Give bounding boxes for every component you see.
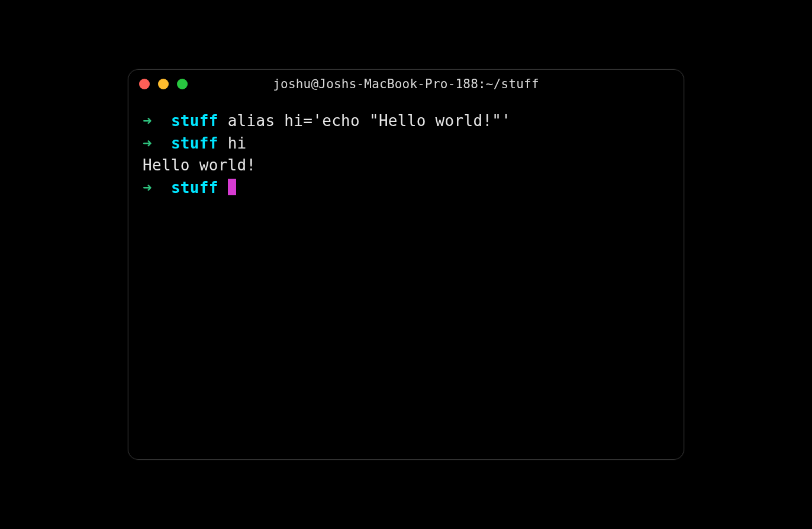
cursor-icon [228, 179, 236, 195]
terminal-line: Hello world! [143, 154, 669, 177]
terminal-line: ➜ stuff alias hi='echo "Hello world!"' [143, 110, 669, 133]
prompt-arrow-icon: ➜ [143, 179, 152, 196]
prompt-arrow-icon: ➜ [143, 112, 152, 130]
minimize-icon[interactable] [158, 79, 169, 89]
terminal-window: joshu@Joshs-MacBook-Pro-188:~/stuff ➜ st… [128, 69, 684, 460]
window-title: joshu@Joshs-MacBook-Pro-188:~/stuff [273, 77, 539, 91]
terminal-line: ➜ stuff [143, 177, 669, 199]
titlebar: joshu@Joshs-MacBook-Pro-188:~/stuff [128, 70, 684, 98]
prompt-dir: stuff [171, 112, 218, 130]
close-icon[interactable] [139, 79, 150, 89]
prompt-arrow-icon: ➜ [143, 134, 152, 152]
maximize-icon[interactable] [177, 79, 188, 89]
prompt-dir: stuff [171, 134, 218, 152]
prompt-dir: stuff [171, 179, 218, 196]
terminal-body[interactable]: ➜ stuff alias hi='echo "Hello world!"'➜ … [128, 98, 684, 459]
command-text: hi [228, 134, 247, 152]
command-text: alias hi='echo "Hello world!"' [228, 112, 511, 130]
traffic-lights [139, 79, 188, 89]
output-text: Hello world! [143, 156, 256, 174]
terminal-line: ➜ stuff hi [143, 133, 669, 155]
